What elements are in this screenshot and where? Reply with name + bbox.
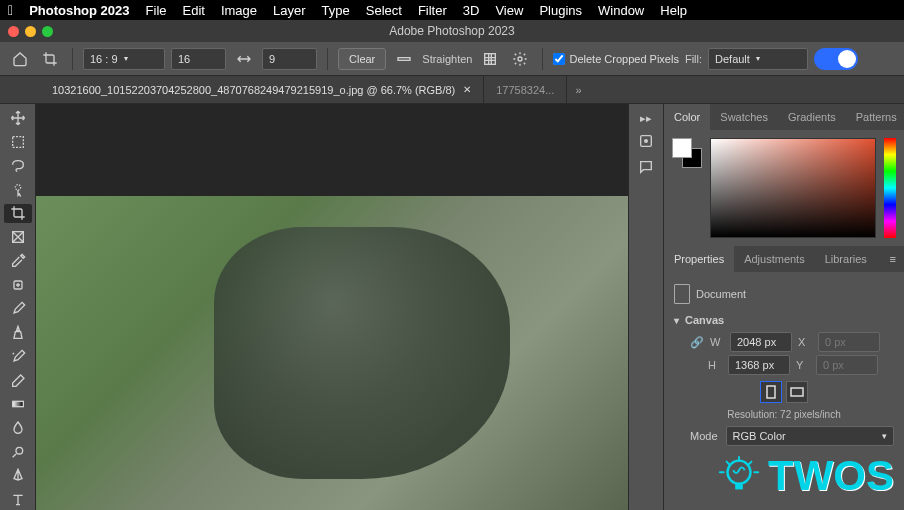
divider xyxy=(327,48,328,70)
marquee-tool[interactable] xyxy=(4,132,32,152)
crop-settings-button[interactable] xyxy=(508,47,532,71)
fill-label: Fill: xyxy=(685,53,702,65)
menu-layer[interactable]: Layer xyxy=(273,3,306,18)
orientation-buttons xyxy=(674,381,894,403)
x-input xyxy=(818,332,880,352)
document-tab-bar: 10321600_10152203704252800_4870768249479… xyxy=(0,76,904,104)
swap-dimensions-button[interactable] xyxy=(232,47,256,71)
menu-view[interactable]: View xyxy=(495,3,523,18)
canvas-image[interactable] xyxy=(36,196,628,510)
tab-properties[interactable]: Properties xyxy=(664,246,734,272)
move-tool[interactable] xyxy=(4,108,32,128)
home-button[interactable] xyxy=(8,47,32,71)
straighten-icon[interactable] xyxy=(392,47,416,71)
menu-type[interactable]: Type xyxy=(322,3,350,18)
menu-edit[interactable]: Edit xyxy=(183,3,205,18)
height-label: H xyxy=(708,359,722,371)
delete-cropped-checkbox[interactable]: Delete Cropped Pixels xyxy=(553,53,678,65)
blur-tool[interactable] xyxy=(4,418,32,438)
properties-panel-body: Document ▾ Canvas 🔗 W X H Y xyxy=(664,272,904,454)
eyedropper-tool[interactable] xyxy=(4,251,32,271)
menu-window[interactable]: Window xyxy=(598,3,644,18)
document-icon xyxy=(674,284,690,304)
portrait-button[interactable] xyxy=(760,381,782,403)
crop-tool[interactable] xyxy=(4,204,32,224)
panel-menu-icon[interactable]: ≡ xyxy=(882,246,904,272)
type-tool[interactable] xyxy=(4,490,32,510)
color-panel-body xyxy=(664,130,904,246)
dodge-tool[interactable] xyxy=(4,442,32,462)
lasso-tool[interactable] xyxy=(4,156,32,176)
canvas-section-label: Canvas xyxy=(685,314,724,326)
menu-plugins[interactable]: Plugins xyxy=(539,3,582,18)
tab-swatches[interactable]: Swatches xyxy=(710,104,778,130)
divider xyxy=(542,48,543,70)
window-minimize-button[interactable] xyxy=(25,26,36,37)
frame-tool[interactable] xyxy=(4,227,32,247)
expand-panels-icon[interactable]: ▸▸ xyxy=(640,112,652,125)
crop-tool-icon[interactable] xyxy=(38,47,62,71)
gradient-tool[interactable] xyxy=(4,395,32,415)
width-input[interactable] xyxy=(730,332,792,352)
chevron-down-icon: ▾ xyxy=(882,431,887,441)
landscape-button[interactable] xyxy=(786,381,808,403)
document-tab-inactive[interactable]: 17758324... xyxy=(484,76,567,103)
svg-point-4 xyxy=(15,184,20,189)
toggle-switch[interactable] xyxy=(814,48,858,70)
app-name[interactable]: Photoshop 2023 xyxy=(29,3,129,18)
crop-height-input[interactable] xyxy=(262,48,317,70)
tab-overflow-button[interactable]: » xyxy=(567,76,589,103)
divider xyxy=(72,48,73,70)
foreground-background-swatch[interactable] xyxy=(672,138,702,168)
menu-file[interactable]: File xyxy=(146,3,167,18)
clear-button[interactable]: Clear xyxy=(338,48,386,70)
canvas-section-header[interactable]: ▾ Canvas xyxy=(674,314,894,326)
window-title: Adobe Photoshop 2023 xyxy=(0,24,904,38)
close-icon[interactable]: ✕ xyxy=(463,84,471,95)
tab-patterns[interactable]: Patterns xyxy=(846,104,904,130)
eraser-tool[interactable] xyxy=(4,371,32,391)
chevron-down-icon: ▾ xyxy=(674,315,679,326)
link-icon[interactable]: 🔗 xyxy=(690,336,704,349)
delete-cropped-input[interactable] xyxy=(553,53,565,65)
menu-image[interactable]: Image xyxy=(221,3,257,18)
canvas-pasteboard xyxy=(36,104,628,196)
window-maximize-button[interactable] xyxy=(42,26,53,37)
right-panels: Color Swatches Gradients Patterns ≡ Prop… xyxy=(664,104,904,510)
fill-value: Default xyxy=(715,53,750,65)
menu-3d[interactable]: 3D xyxy=(463,3,480,18)
height-input[interactable] xyxy=(728,355,790,375)
tab-adjustments[interactable]: Adjustments xyxy=(734,246,815,272)
fill-select[interactable]: Default ▾ xyxy=(708,48,808,70)
hue-slider[interactable] xyxy=(884,138,896,238)
menu-select[interactable]: Select xyxy=(366,3,402,18)
history-brush-tool[interactable] xyxy=(4,347,32,367)
pen-tool[interactable] xyxy=(4,466,32,486)
color-field[interactable] xyxy=(710,138,876,238)
crop-overlay-button[interactable] xyxy=(478,47,502,71)
quick-select-tool[interactable] xyxy=(4,180,32,200)
clone-tool[interactable] xyxy=(4,323,32,343)
tab-color[interactable]: Color xyxy=(664,104,710,130)
window-close-button[interactable] xyxy=(8,26,19,37)
foreground-color[interactable] xyxy=(672,138,692,158)
crop-ratio-select[interactable]: 16 : 9 ▾ xyxy=(83,48,165,70)
brush-tool[interactable] xyxy=(4,299,32,319)
comments-panel-icon[interactable] xyxy=(638,159,654,177)
tab-gradients[interactable]: Gradients xyxy=(778,104,846,130)
healing-tool[interactable] xyxy=(4,275,32,295)
apple-menu-icon[interactable]:  xyxy=(8,2,13,18)
macos-menubar:  Photoshop 2023 File Edit Image Layer T… xyxy=(0,0,904,20)
main-area: ▸▸ Color Swatches Gradients Patterns ≡ xyxy=(0,104,904,510)
menu-filter[interactable]: Filter xyxy=(418,3,447,18)
document-tab-active[interactable]: 10321600_10152203704252800_4870768249479… xyxy=(40,76,484,103)
crop-ratio-value: 16 : 9 xyxy=(90,53,118,65)
options-bar: 16 : 9 ▾ Clear Straighten Delete Cropped… xyxy=(0,42,904,76)
svg-rect-0 xyxy=(398,57,410,60)
crop-width-input[interactable] xyxy=(171,48,226,70)
menu-help[interactable]: Help xyxy=(660,3,687,18)
mode-select[interactable]: RGB Color ▾ xyxy=(726,426,894,446)
learn-panel-icon[interactable] xyxy=(638,133,654,151)
tab-libraries[interactable]: Libraries xyxy=(815,246,877,272)
color-panel-tabs: Color Swatches Gradients Patterns ≡ xyxy=(664,104,904,130)
